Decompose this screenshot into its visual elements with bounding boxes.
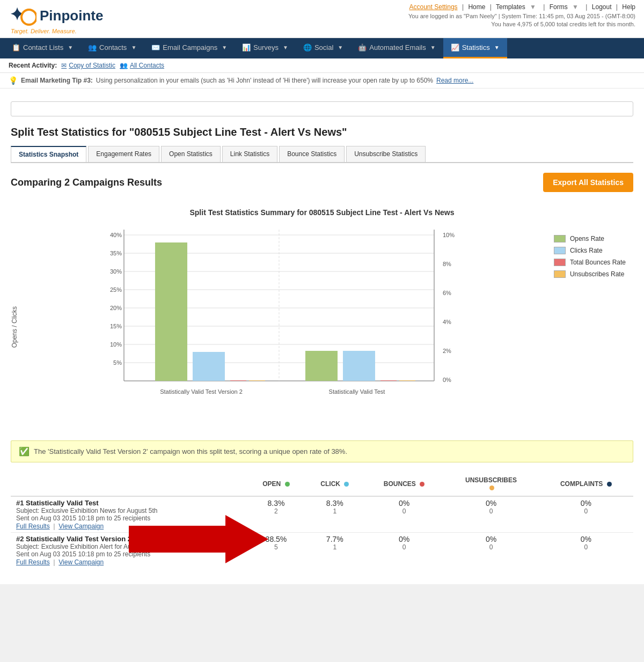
nav-item-statistics[interactable]: 📈 Statistics ▼ xyxy=(443,38,507,58)
table-header-row: OPEN CLICK BOUNCES UNSUBSCRIBES xyxy=(11,472,633,496)
nav-item-social[interactable]: 🌐 Social ▼ xyxy=(296,38,350,58)
chevron-down-icon: ▼ xyxy=(430,45,436,50)
legend-unsubscribes: Unsubscribes Rate xyxy=(554,270,626,278)
campaign-2-click-num: 1 xyxy=(310,543,359,551)
chart-container: Split Test Statistics Summary for 080515… xyxy=(11,203,633,440)
logo-tagline: Target. Deliver. Measure. xyxy=(11,28,77,34)
nav-item-contact-lists[interactable]: 📋 Contact Lists ▼ xyxy=(4,38,80,58)
full-results-link-2[interactable]: Full Results xyxy=(16,558,50,566)
chart-title: Split Test Statistics Summary for 080515… xyxy=(11,208,633,217)
chevron-down-icon: ▼ xyxy=(283,45,288,50)
campaign-2-unsub: 0% 0 xyxy=(444,533,539,569)
export-all-statistics-button[interactable]: Export All Statistics xyxy=(543,173,633,192)
nav-item-surveys[interactable]: 📊 Surveys ▼ xyxy=(235,38,296,58)
chevron-down-icon: ▼ xyxy=(131,45,136,50)
chart-inner: 40% 35% 30% 25% 20% 15% 10% 5% xyxy=(21,224,546,430)
campaign-2-complaints-num: 0 xyxy=(544,543,628,551)
user-info: You are logged in as "Pam Neely" | Syste… xyxy=(408,12,635,29)
user-info-line2: You have 4,975 of 5,000 total credits le… xyxy=(408,20,635,28)
statistics-icon: 📈 xyxy=(451,43,459,52)
campaign-1-unsub-pct: 0% xyxy=(449,499,533,507)
campaign-1-click: 8.3% 1 xyxy=(305,496,364,533)
campaign-1-unsub-num: 0 xyxy=(449,507,533,515)
campaign-2-open: 38.5% 5 xyxy=(247,533,305,569)
home-link[interactable]: Home xyxy=(468,3,485,11)
tab-unsubscribe-statistics[interactable]: Unsubscribe Statistics xyxy=(346,146,426,162)
legend-unsubscribes-label: Unsubscribes Rate xyxy=(570,270,624,278)
nav-item-email-campaigns[interactable]: ✉️ Email Campaigns ▼ xyxy=(144,38,235,58)
section-header: Comparing 2 Campaigns Results Export All… xyxy=(11,173,633,192)
tab-engagement-rates[interactable]: Engagement Rates xyxy=(88,146,159,162)
nav-label-automated-emails: Automated Emails xyxy=(369,43,426,52)
campaign-1-complaints-pct: 0% xyxy=(544,499,628,507)
legend-bounces: Total Bounces Rate xyxy=(554,259,626,266)
campaign-2-unsub-pct: 0% xyxy=(449,535,533,543)
tab-link-statistics[interactable]: Link Statistics xyxy=(222,146,277,162)
th-bounces: BOUNCES xyxy=(365,472,444,496)
people-icon: 👥 xyxy=(120,62,128,69)
activity-label: Recent Activity: xyxy=(9,62,57,69)
help-link[interactable]: Help xyxy=(622,3,635,11)
campaign-2-info: #2 Statistically Valid Test Version 2 Su… xyxy=(11,533,247,569)
section-title: Comparing 2 Campaigns Results xyxy=(11,177,162,188)
nav-item-contacts[interactable]: 👥 Contacts ▼ xyxy=(80,38,144,58)
bar-group2-unsubscribes xyxy=(399,380,415,381)
th-click: CLICK xyxy=(305,472,364,496)
tab-statistics-snapshot[interactable]: Statistics Snapshot xyxy=(11,146,86,162)
campaign-2-sent: Sent on Aug 03 2015 10:18 pm to 25 recip… xyxy=(16,550,242,558)
campaign-1-links: Full Results | View Campaign xyxy=(16,522,242,530)
full-results-link-1[interactable]: Full Results xyxy=(16,523,50,530)
stats-table-wrapper: OPEN CLICK BOUNCES UNSUBSCRIBES xyxy=(11,472,633,568)
complaints-dot xyxy=(607,482,612,487)
campaign-2-click: 7.7% 1 xyxy=(305,533,364,569)
top-nav-links: Account Settings | Home | Templates ▼ | … xyxy=(408,3,635,11)
svg-text:0%: 0% xyxy=(443,377,451,383)
search-input[interactable] xyxy=(11,101,633,116)
table-row: #1 Statistically Valid Test Subject: Exc… xyxy=(11,496,633,533)
nav-label-contact-lists: Contact Lists xyxy=(23,43,63,52)
tab-open-statistics[interactable]: Open Statistics xyxy=(161,146,221,162)
nav-label-email-campaigns: Email Campaigns xyxy=(163,43,217,52)
user-info-line1: You are logged in as "Pam Neely" | Syste… xyxy=(408,12,635,20)
campaign-1-open-num: 2 xyxy=(253,507,299,515)
campaign-2-unsub-num: 0 xyxy=(449,543,533,551)
campaign-2-name: Statistically Valid Test Version 2 xyxy=(26,535,131,543)
automated-emails-icon: 🤖 xyxy=(358,43,367,52)
legend-clicks: Clicks Rate xyxy=(554,247,626,254)
copy-of-statistic-link[interactable]: ✉ Copy of Statistic xyxy=(61,62,115,69)
svg-text:6%: 6% xyxy=(443,290,451,296)
account-settings-link[interactable]: Account Settings xyxy=(409,3,458,11)
campaign-1-bounces-num: 0 xyxy=(370,507,438,515)
campaign-2-num: #2 xyxy=(16,535,26,543)
read-more-link[interactable]: Read more... xyxy=(436,77,473,84)
nav-label-social: Social xyxy=(314,43,333,52)
campaign-1-unsub: 0% 0 xyxy=(444,496,539,533)
view-campaign-link-2[interactable]: View Campaign xyxy=(58,558,104,566)
contact-lists-icon: 📋 xyxy=(12,43,20,52)
campaign-1-subject: Subject: Exclusive Exhibition News for A… xyxy=(16,507,242,514)
th-complaints: COMPLAINTS xyxy=(538,472,633,496)
click-dot xyxy=(344,482,349,487)
svg-text:Statistically Valid Test: Statistically Valid Test xyxy=(329,388,385,395)
legend-clicks-label: Clicks Rate xyxy=(570,247,603,254)
nav-label-contacts: Contacts xyxy=(99,43,127,52)
bar-group1-unsubscribes xyxy=(249,380,265,381)
all-contacts-link[interactable]: 👥 All Contacts xyxy=(120,62,164,69)
nav-item-automated-emails[interactable]: 🤖 Automated Emails ▼ xyxy=(350,38,443,58)
email-campaigns-icon: ✉️ xyxy=(151,43,160,52)
legend-opens-label: Opens Rate xyxy=(570,235,604,242)
logout-link[interactable]: Logout xyxy=(592,3,612,11)
legend-unsubscribes-color xyxy=(554,270,566,278)
tab-bounce-statistics[interactable]: Bounce Statistics xyxy=(279,146,345,162)
campaign-1-bounces-pct: 0% xyxy=(370,499,438,507)
logo-area: ✦ Pinpointe Target. Deliver. Measure. xyxy=(9,3,103,34)
svg-text:8%: 8% xyxy=(443,261,451,267)
campaign-2-open-pct: 38.5% xyxy=(253,535,299,543)
templates-link[interactable]: Templates xyxy=(496,3,525,11)
chart-wrapper: Opens / Clicks 40% 35% 30% 25% 20 xyxy=(11,224,633,430)
stats-table: OPEN CLICK BOUNCES UNSUBSCRIBES xyxy=(11,472,633,568)
svg-text:20%: 20% xyxy=(110,305,122,311)
tip-bar: 💡 Email Marketing Tip #3: Using personal… xyxy=(0,73,644,89)
forms-link[interactable]: Forms xyxy=(550,3,568,11)
view-campaign-link-1[interactable]: View Campaign xyxy=(58,523,104,530)
